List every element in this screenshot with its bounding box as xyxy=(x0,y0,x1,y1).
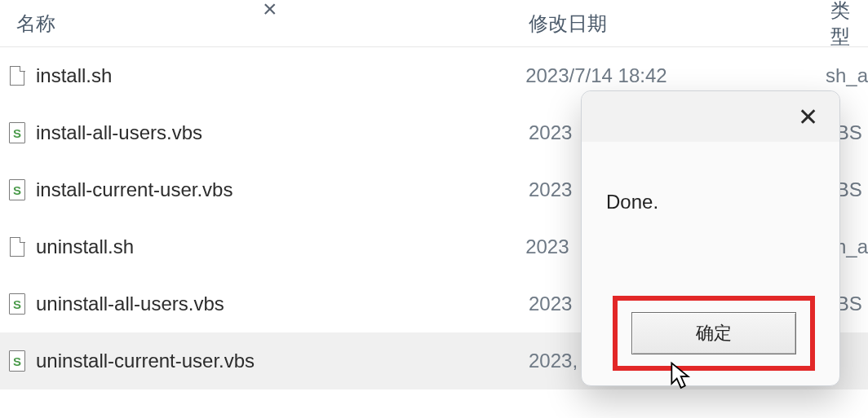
file-name-cell: Suninstall-current-user.vbs xyxy=(0,350,506,372)
highlight-annotation: 确定 xyxy=(613,296,815,371)
column-header-type[interactable]: 类型 xyxy=(808,0,868,50)
vbs-file-icon: S xyxy=(8,178,26,201)
vbs-file-icon: S xyxy=(8,350,26,372)
file-name: uninstall.sh xyxy=(36,235,134,258)
vbs-file-icon: S xyxy=(8,293,26,315)
dialog-titlebar: ✕ xyxy=(582,91,839,142)
file-name: uninstall-current-user.vbs xyxy=(36,350,255,372)
cursor-icon xyxy=(669,361,695,392)
message-dialog: ✕ Done. 确定 xyxy=(581,90,840,386)
file-date: 2023/7/14 18:42 xyxy=(503,64,803,87)
column-header-date[interactable]: 修改日期 xyxy=(506,11,808,37)
ok-button[interactable]: 确定 xyxy=(631,312,797,354)
file-name: install-current-user.vbs xyxy=(36,178,232,201)
close-icon[interactable]: ✕ xyxy=(790,99,826,134)
file-name-cell: Suninstall-all-users.vbs xyxy=(0,293,506,315)
file-name: install.sh xyxy=(36,64,112,87)
close-icon[interactable]: × xyxy=(263,0,277,23)
column-header-name[interactable]: 名称 xyxy=(0,11,506,37)
file-name-cell: Sinstall-current-user.vbs xyxy=(0,178,506,201)
file-name-cell: uninstall.sh xyxy=(0,235,503,258)
file-name: install-all-users.vbs xyxy=(36,121,202,144)
vbs-file-icon: S xyxy=(8,121,26,144)
column-header-row: × 名称 修改日期 类型 xyxy=(0,0,868,47)
file-type: sh_a xyxy=(803,64,868,87)
file-icon xyxy=(8,64,26,87)
dialog-message: Done. xyxy=(582,142,839,222)
file-name-cell: install.sh xyxy=(0,64,503,87)
file-name: uninstall-all-users.vbs xyxy=(36,293,224,315)
file-icon xyxy=(8,235,26,258)
file-name-cell: Sinstall-all-users.vbs xyxy=(0,121,506,144)
